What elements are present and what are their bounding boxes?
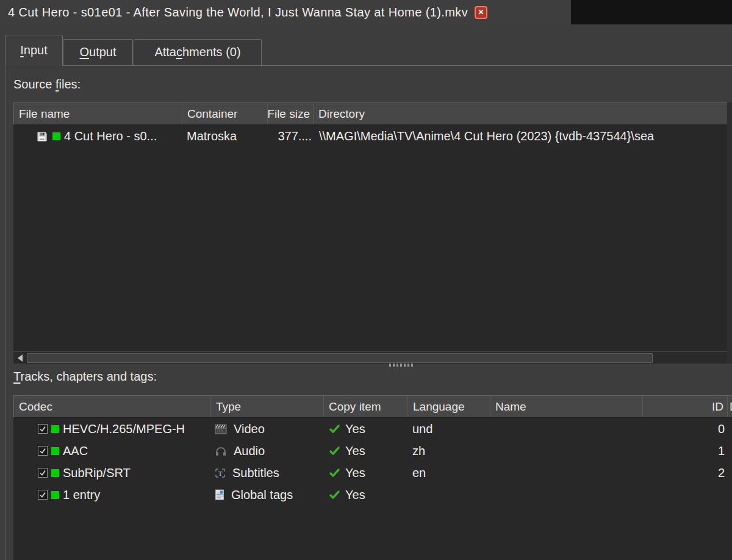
column-header-container[interactable]: Container (182, 103, 268, 124)
tab-pane-left-border (5, 65, 5, 560)
column-header-copy-item[interactable]: Copy item (324, 396, 408, 417)
track-row-global-tags[interactable]: 1 entry Global tags (13, 484, 732, 506)
file-status-square (52, 132, 60, 140)
column-header-file-size[interactable]: File size (268, 103, 314, 124)
tab-output[interactable]: Output (63, 39, 133, 65)
yes-check-icon (329, 468, 340, 478)
track-copy-item: Yes (345, 466, 365, 480)
tab-input[interactable]: Input (5, 35, 63, 66)
yes-check-icon (329, 447, 340, 456)
track-name (490, 484, 642, 506)
file-tab[interactable]: 4 Cut Hero - s01e01 - After Saving the W… (0, 0, 571, 24)
track-id: 2 (642, 462, 727, 484)
track-copy-item: Yes (345, 488, 365, 502)
track-status-square (51, 491, 59, 499)
track-copy-item: Yes (345, 444, 365, 458)
tracks-table: Codec Type Copy item Language Name ID D … (13, 395, 732, 560)
track-codec: AAC (63, 444, 88, 458)
column-header-type[interactable]: Type (211, 396, 324, 417)
tracks-header: Codec Type Copy item Language Name ID D (13, 395, 732, 418)
track-name (490, 462, 642, 484)
file-tab-bar: 4 Cut Hero - s01e01 - After Saving the W… (0, 0, 732, 24)
track-language: und (407, 418, 490, 440)
svg-text:T: T (218, 469, 223, 476)
track-row-subtitles[interactable]: SubRip/SRT T Subtitles Yes en 2 (13, 462, 732, 484)
tab-pane-top-border (5, 65, 732, 66)
track-row-audio[interactable]: AAC Audio Yes zh 1 (13, 440, 732, 462)
file-icon (37, 131, 48, 142)
yes-check-icon (329, 425, 340, 434)
tab-output-mnemonic: O (79, 45, 89, 59)
track-name (490, 418, 642, 440)
source-file-name: 4 Cut Hero - s0... (64, 129, 157, 143)
audio-icon (215, 446, 227, 456)
yes-check-icon (329, 490, 340, 500)
track-codec: SubRip/SRT (63, 466, 131, 480)
track-copy-item: Yes (345, 422, 365, 436)
source-files-label: Source files: (13, 77, 81, 92)
subtitles-icon: T (215, 468, 226, 478)
video-icon: 2 4 5 (215, 424, 227, 434)
global-tags-icon (215, 489, 224, 500)
source-file-container: Matroska (182, 125, 267, 148)
column-header-partial[interactable]: D (728, 396, 732, 417)
column-header-codec[interactable]: Codec (14, 396, 211, 417)
file-tab-title: 4 Cut Hero - s01e01 - After Saving the W… (8, 5, 468, 20)
tab-output-label-post: utput (89, 45, 116, 59)
svg-text:2 4 5: 2 4 5 (217, 429, 223, 432)
track-codec: HEVC/H.265/MPEG-H (63, 422, 185, 436)
scrollbar-left-arrow-icon[interactable] (13, 352, 27, 364)
track-row-video[interactable]: HEVC/H.265/MPEG-H 2 4 5 Video (13, 418, 732, 440)
track-type: Subtitles (232, 466, 279, 480)
column-header-file-name[interactable]: File name (14, 103, 182, 124)
column-header-name[interactable]: Name (490, 396, 643, 417)
source-file-directory: \\MAGI\Media\TV\Anime\4 Cut Hero (2023) … (313, 125, 727, 148)
horizontal-scrollbar[interactable] (13, 351, 727, 364)
track-language: zh (407, 440, 490, 462)
track-language (407, 484, 490, 506)
track-status-square (51, 425, 59, 433)
track-language: en (407, 462, 490, 484)
source-file-row[interactable]: 4 Cut Hero - s0... Matroska 377.... \\MA… (13, 125, 727, 148)
scrollbar-thumb[interactable] (27, 353, 653, 363)
close-icon[interactable]: ✕ (475, 6, 487, 19)
track-checkbox[interactable] (38, 468, 48, 478)
source-files-table: File name Container File size Directory (13, 102, 727, 364)
track-codec: 1 entry (63, 488, 100, 502)
tab-attachments-label-post: hments (0) (182, 45, 241, 59)
tracks-label: Tracks, chapters and tags: (13, 370, 157, 384)
track-id: 1 (642, 440, 727, 462)
tab-attachments[interactable]: Attachments (0) (134, 39, 262, 65)
track-status-square (51, 469, 59, 477)
splitter-handle[interactable] (389, 364, 413, 367)
track-type: Video (234, 422, 265, 436)
track-id (642, 484, 727, 506)
track-type: Global tags (231, 488, 293, 502)
tab-attachments-mnemonic: c (176, 45, 182, 59)
mkvtoolnix-window: 4 Cut Hero - s01e01 - After Saving the W… (0, 0, 732, 560)
track-id: 0 (642, 418, 727, 440)
track-checkbox[interactable] (38, 490, 48, 500)
source-file-size: 377.... (267, 125, 313, 148)
column-header-id[interactable]: ID (643, 396, 728, 417)
column-header-directory[interactable]: Directory (314, 103, 727, 124)
source-table-right-edge (727, 102, 732, 364)
source-files-header: File name Container File size Directory (13, 102, 727, 125)
track-status-square (51, 447, 59, 455)
track-name (490, 440, 642, 462)
track-checkbox[interactable] (38, 424, 48, 434)
tab-attachments-label-pre: Atta (154, 45, 176, 59)
track-checkbox[interactable] (38, 446, 48, 456)
tab-input-label-post: nput (24, 43, 48, 57)
track-type: Audio (234, 444, 265, 458)
column-header-language[interactable]: Language (408, 396, 490, 417)
